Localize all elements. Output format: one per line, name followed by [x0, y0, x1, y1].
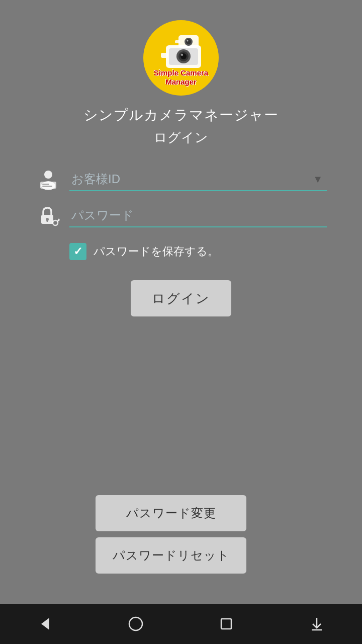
customer-id-dropdown-icon[interactable]: ▼ [309, 172, 327, 187]
nav-back-button[interactable] [35, 614, 55, 634]
password-input[interactable] [69, 204, 327, 226]
svg-point-9 [186, 39, 191, 44]
svg-marker-23 [41, 618, 49, 630]
svg-rect-11 [175, 40, 180, 43]
password-icon [35, 203, 61, 229]
customer-id-wrapper: ▼ [69, 168, 327, 191]
svg-rect-19 [47, 219, 48, 222]
customer-id-row: ▼ [35, 167, 327, 193]
navigation-bar [0, 604, 362, 644]
app-icon: Simple Camera Manager [143, 20, 219, 96]
svg-line-22 [58, 220, 59, 221]
svg-rect-6 [161, 53, 168, 58]
svg-point-10 [187, 40, 189, 42]
save-password-label: パスワードを保存する。 [94, 244, 219, 259]
save-password-checkbox[interactable]: ✓ [69, 243, 86, 260]
customer-id-icon [35, 167, 61, 193]
svg-rect-15 [42, 184, 49, 185]
svg-point-12 [44, 171, 52, 179]
app-icon-text: Simple Camera Manager [154, 68, 208, 87]
customer-id-input[interactable] [69, 168, 309, 190]
app-title: シンプルカメラマネージャー [83, 106, 279, 125]
svg-rect-14 [40, 182, 56, 189]
login-heading: ログイン [154, 129, 208, 146]
change-password-button[interactable]: パスワード変更 [96, 495, 246, 531]
nav-home-button[interactable] [126, 614, 146, 634]
svg-point-5 [181, 54, 183, 56]
checkmark-icon: ✓ [73, 245, 82, 258]
save-password-row: ✓ パスワードを保存する。 [35, 243, 327, 260]
svg-rect-16 [42, 186, 52, 187]
nav-recents-button[interactable] [216, 614, 236, 634]
main-content: Simple Camera Manager シンプルカメラマネージャー ログイン [0, 0, 362, 604]
password-wrapper [69, 204, 327, 227]
login-form: ▼ [35, 167, 327, 260]
login-button[interactable]: ログイン [131, 280, 231, 316]
svg-rect-25 [221, 619, 231, 629]
svg-point-24 [129, 617, 142, 630]
reset-password-button[interactable]: パスワードリセット [96, 537, 246, 574]
password-row [35, 203, 327, 229]
bottom-buttons-area: パスワード変更 パスワードリセット [96, 495, 266, 604]
nav-extra-button[interactable] [307, 614, 327, 634]
